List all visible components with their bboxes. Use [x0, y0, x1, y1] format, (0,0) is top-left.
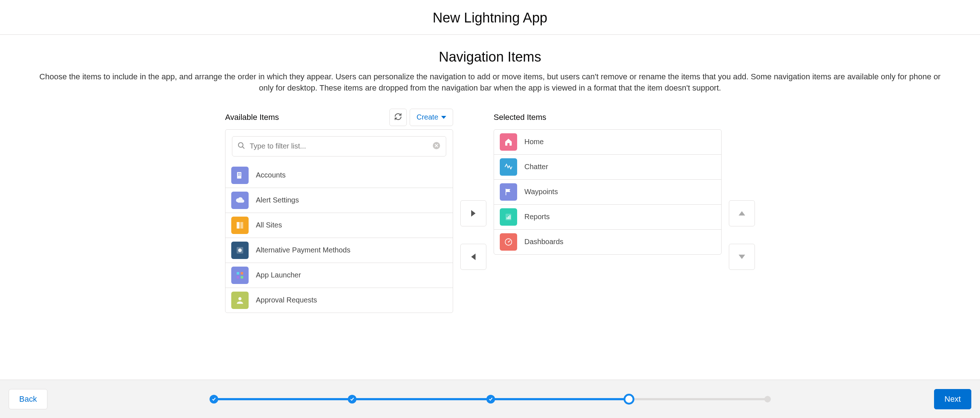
selected-panel: Selected Items HomeChatterWaypointsRepor…: [494, 108, 722, 255]
available-item-label: All Sites: [256, 221, 282, 229]
svg-rect-8: [237, 222, 240, 228]
svg-rect-20: [509, 215, 511, 219]
svg-rect-3: [237, 172, 241, 179]
apps-icon: [231, 266, 249, 284]
progress-step-3: [486, 395, 495, 404]
page-description: Choose the items to include in the app, …: [22, 71, 958, 94]
footer: Back Next: [0, 380, 980, 418]
svg-point-16: [239, 297, 242, 300]
available-item[interactable]: App Launcher: [226, 263, 453, 287]
refresh-button[interactable]: [390, 108, 407, 126]
svg-rect-19: [508, 216, 509, 219]
available-item[interactable]: Accounts: [226, 163, 453, 188]
selected-title: Selected Items: [494, 113, 546, 122]
svg-rect-9: [240, 222, 243, 228]
selected-item-label: Chatter: [524, 163, 548, 171]
available-item-label: Alert Settings: [256, 196, 299, 204]
progress-step-2: [348, 395, 356, 404]
back-button[interactable]: Back: [9, 389, 48, 409]
search-input-wrapper: [232, 136, 446, 156]
chevron-down-icon: [441, 116, 446, 119]
svg-point-0: [239, 142, 243, 147]
triangle-left-icon: [471, 254, 476, 260]
triangle-right-icon: [471, 210, 476, 217]
account-icon: [231, 167, 249, 184]
available-item-label: Alternative Payment Methods: [256, 246, 350, 254]
svg-rect-7: [240, 175, 241, 175]
svg-point-11: [238, 249, 242, 252]
svg-point-22: [508, 241, 509, 243]
progress-step-4: [624, 394, 635, 405]
modal-title: New Lightning App: [0, 10, 980, 26]
svg-rect-5: [240, 173, 241, 174]
refresh-icon: [394, 113, 402, 122]
available-panel: Available Items Create: [225, 108, 453, 313]
payment-icon: [231, 242, 249, 259]
svg-rect-15: [241, 276, 243, 279]
svg-rect-4: [238, 173, 239, 174]
order-controls: [729, 200, 755, 270]
selected-item-label: Home: [524, 138, 544, 146]
svg-rect-14: [237, 276, 239, 279]
selected-item[interactable]: Home: [494, 130, 721, 154]
dual-listbox: Available Items Create: [22, 108, 958, 313]
move-right-button[interactable]: [460, 200, 486, 227]
move-down-button[interactable]: [729, 244, 755, 270]
available-item-label: Approval Requests: [256, 296, 317, 304]
svg-rect-12: [237, 272, 239, 274]
page-title: Navigation Items: [22, 49, 958, 65]
available-item-label: App Launcher: [256, 271, 301, 279]
available-item[interactable]: Alternative Payment Methods: [226, 238, 453, 263]
flag-icon: [500, 183, 517, 201]
selected-item[interactable]: Waypoints: [494, 179, 721, 204]
move-left-button[interactable]: [460, 244, 486, 270]
cloud-icon: [231, 191, 249, 209]
progress-indicator: [48, 394, 934, 405]
triangle-up-icon: [739, 211, 745, 215]
selected-item[interactable]: Chatter: [494, 154, 721, 179]
report-icon: [500, 208, 517, 226]
selected-item[interactable]: Dashboards: [494, 229, 721, 254]
selected-item-label: Reports: [524, 213, 550, 221]
create-button[interactable]: Create: [410, 108, 453, 126]
svg-line-1: [242, 146, 245, 148]
available-item[interactable]: All Sites: [226, 213, 453, 238]
create-label: Create: [417, 113, 438, 121]
selected-item[interactable]: Reports: [494, 204, 721, 229]
selected-item-label: Waypoints: [524, 188, 558, 196]
search-icon: [237, 142, 245, 151]
home-icon: [500, 133, 517, 151]
clear-icon[interactable]: [432, 141, 441, 152]
available-title: Available Items: [225, 113, 279, 122]
chatter-icon: [500, 158, 517, 175]
svg-rect-6: [238, 175, 239, 175]
progress-step-5: [764, 396, 771, 402]
search-input[interactable]: [250, 142, 432, 150]
sites-icon: [231, 217, 249, 234]
gauge-icon: [500, 233, 517, 250]
next-button[interactable]: Next: [934, 389, 971, 409]
move-up-button[interactable]: [729, 200, 755, 227]
triangle-down-icon: [739, 255, 745, 259]
available-item[interactable]: Alert Settings: [226, 188, 453, 213]
progress-step-1: [210, 395, 218, 404]
svg-rect-18: [507, 217, 508, 219]
available-item-label: Accounts: [256, 171, 286, 179]
available-item[interactable]: Approval Requests: [226, 287, 453, 313]
approval-icon: [231, 292, 249, 309]
shuttle-controls: [460, 200, 486, 270]
svg-rect-13: [241, 272, 243, 274]
selected-item-label: Dashboards: [524, 238, 563, 246]
